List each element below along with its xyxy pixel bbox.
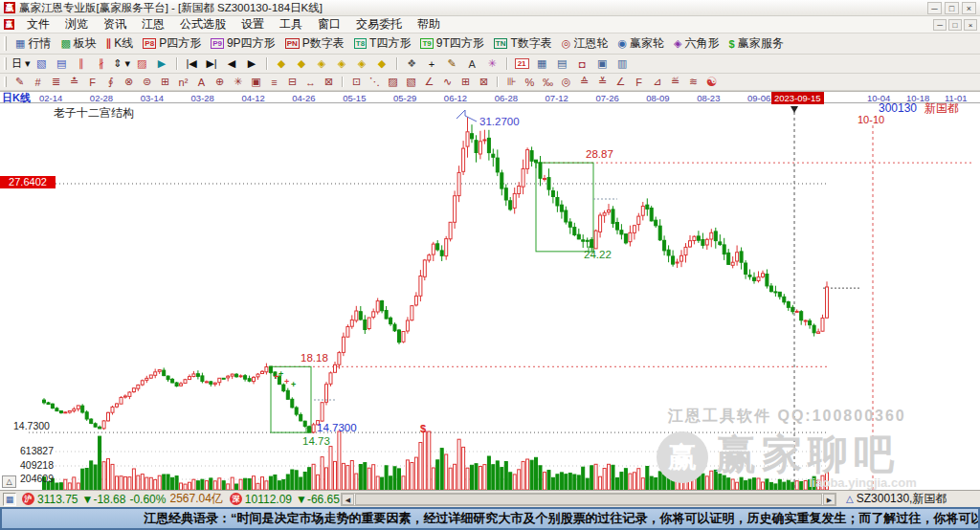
info-panel-icon[interactable]: ▤ [53, 55, 71, 72]
period-day-dropdown[interactable]: 日 ▾ [11, 55, 31, 72]
toolbar-button-sectors[interactable]: ▩板块 [56, 34, 100, 53]
gann-diamond-1[interactable]: ◆ [273, 55, 291, 72]
draw-tool-0-9[interactable]: n² [175, 75, 191, 89]
yinyang-tool[interactable]: ☯ [703, 75, 720, 89]
gann-diamond-3[interactable]: ◈ [313, 55, 331, 72]
menu-item-9[interactable]: 帮助 [410, 16, 448, 33]
scale-dropdown[interactable]: ⇕ ▾ [113, 55, 131, 72]
window-style-icon[interactable]: ▧ [33, 55, 51, 72]
nav-last-button[interactable]: ▶| [203, 55, 221, 72]
menu-item-8[interactable]: 交易委托 [348, 16, 410, 33]
gann-diamond-4[interactable]: ◈ [333, 55, 351, 72]
menu-item-1[interactable]: 浏览 [57, 16, 96, 33]
mdi-minimize-button[interactable]: ─ [933, 19, 947, 31]
draw-tool-2-10[interactable]: ≋ [685, 75, 702, 89]
toolbar-button-p-number[interactable]: PNP数字表 [280, 34, 349, 53]
draw-tool-2-5[interactable]: ≚ [594, 75, 611, 89]
calendar-button[interactable]: 21 [513, 55, 531, 72]
toolbar-button-9p-square[interactable]: P99P四方形 [206, 34, 279, 53]
menu-item-2[interactable]: 资讯 [96, 16, 134, 33]
draw-tool-0-16[interactable]: ↔ [302, 75, 319, 89]
scrollbar-thumb[interactable] [355, 494, 822, 505]
draw-tool-1-4[interactable]: ∠ [421, 75, 437, 89]
menu-item-7[interactable]: 窗口 [310, 16, 348, 33]
draw-tool-1-1[interactable]: ⋱ [367, 75, 383, 89]
draw-tool-1-6[interactable]: ⊞ [457, 75, 474, 89]
scroll-right-arrow[interactable]: ▶ [823, 494, 835, 505]
menu-item-6[interactable]: 工具 [272, 16, 310, 33]
draw-tool-1-3[interactable]: ▧ [403, 75, 419, 89]
text-label-tool[interactable]: A [463, 55, 481, 72]
mark-flag-icon[interactable]: ▨ [133, 55, 151, 72]
annotate-tool[interactable]: ✎ [443, 55, 461, 72]
draw-tool-0-2[interactable]: ≣ [48, 75, 64, 89]
gann-diamond-5[interactable]: ◈ [353, 55, 371, 72]
draw-tool-2-9[interactable]: ≝ [667, 75, 683, 89]
mdi-close-button[interactable]: × [964, 19, 977, 31]
draw-tool-1-7[interactable]: ⊠ [476, 75, 492, 89]
nav-next-button[interactable]: ▶ [243, 55, 261, 72]
nav-prev-button[interactable]: ◀ [223, 55, 241, 72]
draw-tool-0-7[interactable]: ⊜ [139, 75, 155, 89]
toolbar-button-quotes[interactable]: ▦行情 [11, 34, 56, 53]
draw-tool-2-4[interactable]: ≙ [576, 75, 592, 89]
maximize-button[interactable]: □ [945, 2, 959, 14]
kline-style-2-icon[interactable]: ∦ [93, 55, 111, 72]
scroll-up-button[interactable]: △ [2, 475, 16, 488]
draw-tool-0-0[interactable]: ✎ [11, 75, 28, 89]
draw-tool-0-17[interactable]: ⊠ [321, 75, 337, 89]
minute-view-icon[interactable]: ▶ [153, 55, 171, 72]
menu-item-3[interactable]: 江恩 [134, 16, 172, 33]
gann-diamond-2[interactable]: ◆ [293, 55, 311, 72]
horizontal-scrollbar[interactable]: ◀ ▶ [341, 493, 836, 506]
draw-tool-2-0[interactable]: ⊪ [503, 75, 520, 89]
draw-tool-0-13[interactable]: ▣ [248, 75, 264, 89]
draw-tool-2-3[interactable]: ◎ [558, 75, 574, 89]
filter-tool[interactable]: ✳ [483, 55, 501, 72]
draw-tool-0-1[interactable]: # [30, 75, 46, 89]
draw-tool-0-8[interactable]: ⊞ [157, 75, 173, 89]
toolbar-button-winner-wheel[interactable]: ◉赢家轮 [612, 34, 669, 53]
draw-tool-1-2[interactable]: ▨ [385, 75, 401, 89]
menu-item-0[interactable]: 文件 [19, 16, 57, 33]
toolbar-button-winner-service[interactable]: $赢家服务 [724, 34, 789, 53]
toolbar-button-t-number[interactable]: TNT数字表 [489, 34, 557, 53]
sync-button[interactable]: ▥ [613, 55, 632, 72]
draw-tool-0-12[interactable]: ✳ [230, 75, 246, 89]
kline-style-1-icon[interactable]: ∥ [73, 55, 91, 72]
draw-tool-0-15[interactable]: ⊟ [284, 75, 301, 89]
toolbar-button-p-square[interactable]: P8P四方形 [138, 34, 206, 53]
market-grid-icon[interactable]: ▦ [3, 493, 16, 506]
draw-tool-0-5[interactable]: ∮ [102, 75, 119, 89]
toolbar-button-9t-square[interactable]: T99T四方形 [415, 34, 488, 53]
crosshair-tool[interactable]: + [423, 55, 441, 72]
draw-tool-1-0[interactable]: ⊡ [348, 75, 365, 89]
toolbar-button-gann-wheel[interactable]: ◎江恩轮 [557, 34, 613, 53]
draw-tool-2-8[interactable]: ⊿ [649, 75, 665, 89]
kline-chart-area[interactable]: ++++ 02-1402-2803-1403-2804-1204-2605-15… [0, 91, 980, 490]
menu-item-5[interactable]: 设置 [234, 16, 272, 33]
toolbar-button-hexagon[interactable]: ◈六角形 [669, 34, 724, 53]
menu-item-4[interactable]: 公式选股 [172, 16, 234, 33]
minimize-button[interactable]: ─ [927, 2, 942, 14]
toolbar-button-kline[interactable]: ∥K线 [101, 34, 139, 53]
draw-tool-2-2[interactable]: ‰ [540, 75, 556, 89]
scroll-left-arrow[interactable]: ◀ [342, 494, 354, 505]
notebook-button[interactable]: ▤ [553, 55, 571, 72]
mdi-restore-button[interactable]: □ [948, 19, 962, 31]
draw-tool-0-3[interactable]: ≛ [66, 75, 82, 89]
draw-tool-2-1[interactable]: % [522, 75, 538, 89]
draw-tool-0-10[interactable]: A [193, 75, 210, 89]
nav-first-button[interactable]: |◀ [183, 55, 201, 72]
draw-tool-1-5[interactable]: ∿ [439, 75, 456, 89]
move-hand-tool[interactable]: ❖ [403, 55, 421, 72]
calculator-button[interactable]: ▦ [533, 55, 551, 72]
draw-tool-2-7[interactable]: F [631, 75, 647, 89]
save-button[interactable]: ◘ [573, 55, 591, 72]
export-button[interactable]: ▣ [593, 55, 612, 72]
draw-tool-0-11[interactable]: ⊕ [212, 75, 228, 89]
draw-tool-2-6[interactable]: ∠ [612, 75, 629, 89]
close-button[interactable]: × [962, 2, 976, 14]
draw-tool-0-4[interactable]: F [84, 75, 100, 89]
toolbar-button-t-square[interactable]: T8T四方形 [349, 34, 416, 53]
